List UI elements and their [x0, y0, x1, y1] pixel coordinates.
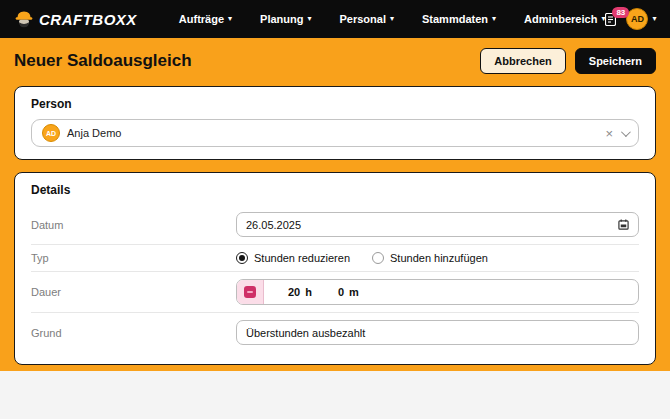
- navbar-right: 83 AD ▾: [605, 8, 656, 30]
- calendar-icon[interactable]: [618, 219, 629, 230]
- grund-value: Überstunden ausbezahlt: [246, 327, 365, 339]
- radio-unselected-icon[interactable]: [372, 252, 384, 264]
- brand-name: CRAFTBOXX: [39, 11, 137, 28]
- chevron-down-icon: ▾: [390, 15, 394, 23]
- nav-item-adminbereich[interactable]: Adminbereich ▾: [524, 13, 605, 25]
- dauer-duration-input[interactable]: 20 h 0 m: [236, 279, 639, 305]
- person-select[interactable]: AD Anja Demo ×: [31, 119, 639, 147]
- grund-field-wrap: Überstunden ausbezahlt: [236, 320, 639, 345]
- nav-item-auftraege[interactable]: Aufträge ▾: [179, 13, 232, 25]
- main-nav: Aufträge ▾ Planung ▾ Personal ▾ Stammdat…: [179, 13, 606, 25]
- cancel-button[interactable]: Abbrechen: [480, 48, 565, 74]
- chevron-down-icon: ▾: [228, 15, 232, 23]
- main-content: Neuer Saldoausgleich Abbrechen Speichern…: [0, 38, 670, 371]
- brand-logo[interactable]: CRAFTBOXX: [14, 9, 137, 29]
- details-heading: Details: [31, 183, 639, 197]
- craftboxx-worker-icon: [14, 9, 34, 29]
- page-header: Neuer Saldoausgleich Abbrechen Speichern: [14, 38, 656, 86]
- avatar: AD: [626, 8, 648, 30]
- details-card: Details Datum 26.05.2025: [14, 172, 656, 365]
- nav-item-personal[interactable]: Personal ▾: [340, 13, 394, 25]
- header-actions: Abbrechen Speichern: [480, 48, 656, 74]
- minutes-value[interactable]: 0: [338, 286, 344, 298]
- nav-item-stammdaten[interactable]: Stammdaten ▾: [422, 13, 496, 25]
- dauer-row: Dauer 20 h 0 m: [31, 271, 639, 312]
- minutes-part[interactable]: 0 m: [338, 286, 359, 298]
- notification-count-badge: 83: [612, 7, 629, 19]
- person-card: Person AD Anja Demo ×: [14, 86, 656, 160]
- top-navbar: CRAFTBOXX Aufträge ▾ Planung ▾ Personal …: [0, 0, 670, 38]
- nav-item-label: Aufträge: [179, 13, 224, 25]
- radio-selected-icon[interactable]: [236, 252, 248, 264]
- person-select-value: Anja Demo: [67, 127, 597, 139]
- minus-square-icon: [244, 286, 256, 298]
- notifications-button[interactable]: 83: [605, 13, 616, 26]
- datum-label: Datum: [31, 219, 236, 231]
- nav-item-label: Stammdaten: [422, 13, 488, 25]
- nav-item-label: Adminbereich: [524, 13, 597, 25]
- typ-row: Typ Stunden reduzieren Stunden hinzufüge…: [31, 244, 639, 271]
- nav-item-label: Personal: [340, 13, 386, 25]
- hours-part[interactable]: 20 h: [288, 286, 312, 298]
- grund-row: Grund Überstunden ausbezahlt: [31, 312, 639, 352]
- hours-value[interactable]: 20: [288, 286, 300, 298]
- radio-stunden-reduzieren[interactable]: Stunden reduzieren: [236, 252, 350, 264]
- reduce-mode-cell[interactable]: [237, 280, 264, 304]
- typ-radio-group: Stunden reduzieren Stunden hinzufügen: [236, 252, 639, 264]
- radio-stunden-hinzufuegen[interactable]: Stunden hinzufügen: [372, 252, 488, 264]
- dauer-label: Dauer: [31, 286, 236, 298]
- nav-item-planung[interactable]: Planung ▾: [260, 13, 311, 25]
- radio-label: Stunden reduzieren: [254, 252, 350, 264]
- chevron-down-icon: ▾: [492, 15, 496, 23]
- minutes-unit: m: [349, 286, 359, 298]
- clear-selection-icon[interactable]: ×: [597, 126, 621, 141]
- datum-row: Datum 26.05.2025: [31, 205, 639, 244]
- chevron-down-icon[interactable]: [621, 127, 631, 137]
- person-avatar: AD: [42, 124, 60, 142]
- datum-value: 26.05.2025: [246, 219, 301, 231]
- save-button[interactable]: Speichern: [575, 48, 656, 74]
- typ-label: Typ: [31, 252, 236, 264]
- dauer-field-wrap: 20 h 0 m: [236, 279, 639, 305]
- grund-label: Grund: [31, 327, 236, 339]
- radio-label: Stunden hinzufügen: [390, 252, 488, 264]
- user-menu-button[interactable]: AD ▾: [626, 8, 656, 30]
- chevron-down-icon: ▾: [652, 15, 656, 23]
- grund-text-input[interactable]: Überstunden ausbezahlt: [236, 320, 639, 345]
- nav-item-label: Planung: [260, 13, 303, 25]
- datum-field-wrap: 26.05.2025: [236, 212, 639, 237]
- datum-date-input[interactable]: 26.05.2025: [236, 212, 639, 237]
- page-title: Neuer Saldoausgleich: [14, 51, 192, 71]
- duration-values: 20 h 0 m: [264, 286, 359, 298]
- person-heading: Person: [31, 97, 639, 111]
- hours-unit: h: [305, 286, 312, 298]
- chevron-down-icon: ▾: [307, 15, 311, 23]
